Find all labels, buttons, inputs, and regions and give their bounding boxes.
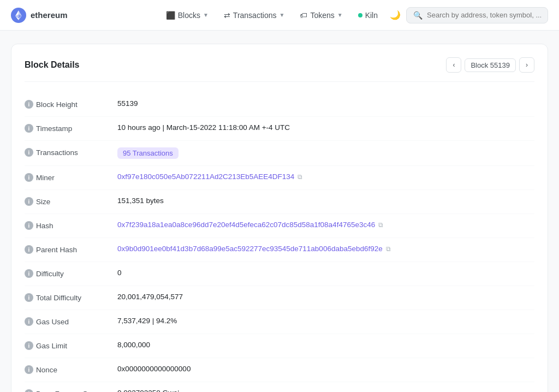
row-block-height: iBlock Height55139 (25, 93, 534, 117)
label-size: iSize (25, 197, 117, 206)
brand[interactable]: ethereum (11, 8, 68, 23)
value-size: 151,351 bytes (117, 197, 534, 205)
value-parent-hash[interactable]: 0x9b0d901ee0bf41d3b7d68a99e5ac592277ec93… (117, 245, 534, 253)
label-nonce: iNonce (25, 365, 117, 374)
label-text-base-fee: Base Fee per Gas (36, 390, 96, 393)
search-bar: 🔍 (406, 7, 548, 23)
row-difficulty: iDifficulty0 (25, 262, 534, 286)
info-icon-nonce[interactable]: i (25, 365, 33, 374)
row-nonce: iNonce0x0000000000000000 (25, 358, 534, 382)
card-title: Block Details (25, 60, 79, 70)
row-transactions: iTransactions95 Transactions (25, 141, 534, 166)
search-input[interactable] (427, 11, 541, 19)
label-text-parent-hash: Parent Hash (36, 246, 77, 254)
info-icon-miner[interactable]: i (25, 173, 33, 182)
info-icon-transactions[interactable]: i (25, 148, 33, 157)
blocks-dropdown-arrow: ▼ (203, 12, 209, 18)
copy-icon-miner[interactable]: ⧉ (298, 173, 302, 181)
label-text-size: Size (36, 198, 50, 206)
info-icon-block-height[interactable]: i (25, 100, 33, 109)
value-gas-limit: 8,000,000 (117, 341, 534, 349)
row-hash: iHash0x7f239a18a1ea0a8ce96dd7e20ef4d5efe… (25, 214, 534, 238)
row-total-difficulty: iTotal Difficulty20,001,479,054,577 (25, 286, 534, 310)
tokens-dropdown-arrow: ▼ (337, 12, 343, 18)
label-gas-used: iGas Used (25, 317, 117, 326)
label-text-block-height: Block Height (36, 100, 78, 109)
row-gas-limit: iGas Limit8,000,000 (25, 334, 534, 358)
info-icon-base-fee[interactable]: i (25, 389, 33, 392)
label-base-fee: iBase Fee per Gas (25, 389, 117, 392)
value-base-fee: 0.002702258 Gwei (117, 389, 534, 392)
main-content: Block Details ‹ Block 55139 › iBlock Hei… (0, 31, 559, 392)
block-navigation: ‹ Block 55139 › (446, 57, 534, 73)
link-parent-hash[interactable]: 0x9b0d901ee0bf41d3b7d68a99e5ac592277ec93… (117, 245, 383, 253)
row-timestamp: iTimestamp10 hours ago | March-15-2022 1… (25, 117, 534, 141)
next-block-button[interactable]: › (519, 57, 534, 73)
label-miner: iMiner (25, 173, 117, 182)
detail-rows: iBlock Height55139iTimestamp10 hours ago… (25, 93, 534, 392)
link-hash[interactable]: 0x7f239a18a1ea0a8ce96dd7e20ef4d5efeca62c… (117, 221, 375, 229)
network-status-dot (358, 13, 362, 17)
badge-transactions[interactable]: 95 Transactions (117, 147, 179, 159)
nav-center: ⬛ Blocks ▼ ⇄ Transactions ▼ 🏷 Tokens ▼ K… (159, 7, 548, 24)
label-text-timestamp: Timestamp (36, 124, 72, 133)
label-text-miner: Miner (36, 174, 55, 182)
label-gas-limit: iGas Limit (25, 341, 117, 350)
label-text-nonce: Nonce (36, 366, 57, 374)
info-icon-gas-used[interactable]: i (25, 317, 33, 326)
label-text-transactions: Transactions (36, 149, 78, 157)
info-icon-difficulty[interactable]: i (25, 269, 33, 278)
nav-transactions[interactable]: ⇄ Transactions ▼ (217, 8, 292, 23)
nav-blocks[interactable]: ⬛ Blocks ▼ (159, 8, 215, 23)
value-difficulty: 0 (117, 269, 534, 277)
block-nav-label: Block 55139 (465, 58, 516, 72)
blocks-icon: ⬛ (166, 11, 175, 20)
prev-block-button[interactable]: ‹ (446, 57, 461, 73)
transactions-icon: ⇄ (224, 11, 230, 20)
navbar: ethereum ⬛ Blocks ▼ ⇄ Transactions ▼ 🏷 T… (0, 0, 559, 31)
nav-tokens-label: Tokens (310, 11, 334, 20)
info-icon-gas-limit[interactable]: i (25, 341, 33, 350)
nav-transactions-label: Transactions (233, 11, 277, 20)
info-icon-parent-hash[interactable]: i (25, 245, 33, 254)
row-size: iSize151,351 bytes (25, 190, 534, 214)
label-text-hash: Hash (36, 222, 53, 230)
label-transactions: iTransactions (25, 147, 117, 157)
value-transactions[interactable]: 95 Transactions (117, 147, 534, 159)
eth-logo-icon (11, 8, 26, 23)
copy-icon-hash[interactable]: ⧉ (378, 221, 383, 229)
nav-network-label: Kiln (365, 11, 378, 20)
label-total-difficulty: iTotal Difficulty (25, 293, 117, 302)
value-block-height: 55139 (117, 99, 534, 108)
label-timestamp: iTimestamp (25, 123, 117, 133)
value-gas-used: 7,537,429 | 94.2% (117, 317, 534, 325)
transactions-dropdown-arrow: ▼ (279, 12, 284, 18)
label-text-gas-limit: Gas Limit (36, 342, 67, 350)
label-block-height: iBlock Height (25, 99, 117, 109)
card-header: Block Details ‹ Block 55139 › (25, 57, 534, 82)
nav-tokens[interactable]: 🏷 Tokens ▼ (293, 8, 349, 23)
value-timestamp: 10 hours ago | March-15-2022 11:18:00 AM… (117, 123, 534, 132)
brand-name: ethereum (31, 10, 68, 20)
info-icon-timestamp[interactable]: i (25, 124, 33, 133)
info-icon-total-difficulty[interactable]: i (25, 293, 33, 302)
value-hash[interactable]: 0x7f239a18a1ea0a8ce96dd7e20ef4d5efeca62c… (117, 221, 534, 229)
value-total-difficulty: 20,001,479,054,577 (117, 293, 534, 301)
info-icon-hash[interactable]: i (25, 221, 33, 230)
theme-toggle-button[interactable]: 🌙 (386, 7, 404, 24)
label-text-gas-used: Gas Used (36, 318, 69, 326)
nav-blocks-label: Blocks (178, 11, 200, 20)
link-miner[interactable]: 0xf97e180c050e5Ab072211Ad2C213Eb5AEE4DF1… (117, 173, 294, 181)
nav-network[interactable]: Kiln (352, 8, 384, 23)
block-details-card: Block Details ‹ Block 55139 › iBlock Hei… (11, 44, 548, 392)
search-icon: 🔍 (413, 11, 423, 20)
label-text-total-difficulty: Total Difficulty (36, 294, 81, 302)
row-gas-used: iGas Used7,537,429 | 94.2% (25, 310, 534, 334)
value-miner[interactable]: 0xf97e180c050e5Ab072211Ad2C213Eb5AEE4DF1… (117, 173, 534, 181)
info-icon-size[interactable]: i (25, 197, 33, 206)
label-text-difficulty: Difficulty (36, 270, 64, 278)
label-difficulty: iDifficulty (25, 269, 117, 278)
label-parent-hash: iParent Hash (25, 245, 117, 254)
label-hash: iHash (25, 221, 117, 230)
copy-icon-parent-hash[interactable]: ⧉ (386, 245, 391, 253)
